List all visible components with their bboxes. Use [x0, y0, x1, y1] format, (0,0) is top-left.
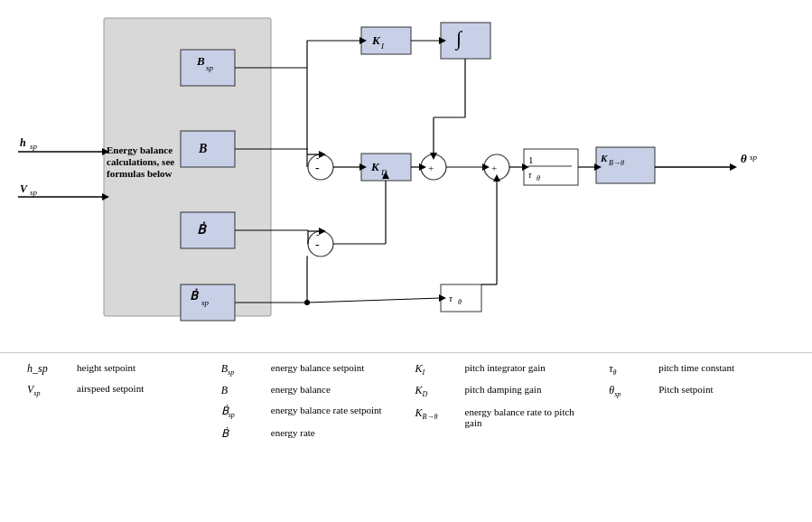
svg-rect-17	[441, 23, 490, 59]
legend-desc-ki: pitch integrator gain	[465, 362, 592, 373]
svg-text:calculations, see: calculations, see	[107, 156, 174, 167]
svg-point-22	[308, 154, 333, 180]
legend-row: KD pitch damping gain	[415, 384, 592, 398]
legend-desc-tau: pitch time constant	[658, 362, 785, 373]
legend-desc-b-sp: energy balance setpoint	[271, 362, 397, 373]
svg-text:-: -	[315, 238, 320, 251]
legend-col-2: Bsp energy balance setpoint B energy bal…	[212, 362, 406, 513]
svg-marker-74	[730, 163, 737, 171]
svg-text:θ: θ	[458, 298, 462, 306]
legend-row: Bsp energy balance setpoint	[221, 362, 397, 377]
legend-row: Vsp airspeed setpoint	[27, 383, 203, 397]
svg-rect-9	[181, 212, 235, 248]
legend-symbol-bdot: Ḃ	[221, 427, 271, 441]
svg-text:B: B	[196, 54, 205, 68]
legend-desc-theta-sp: Pitch setpoint	[658, 384, 785, 395]
legend-row: h_sp height setpoint	[27, 362, 203, 376]
legend-symbol-kbtheta: KB→θ	[415, 406, 465, 421]
svg-text:+: +	[491, 163, 497, 173]
legend-row: Ḃsp energy balance rate setpoint	[221, 405, 397, 419]
legend-symbol-h-sp: h_sp	[27, 362, 77, 376]
svg-text:-: -	[315, 161, 320, 174]
svg-text:K: K	[600, 153, 608, 163]
svg-text:θ: θ	[537, 174, 540, 182]
svg-text:Ḃ: Ḃ	[197, 221, 207, 237]
legend-desc-b: energy balance	[271, 384, 397, 395]
svg-text:B→θ: B→θ	[609, 159, 624, 167]
svg-text:K: K	[371, 33, 381, 47]
legend-symbol-b-sp: Bsp	[221, 362, 271, 377]
svg-text:-: -	[316, 153, 319, 163]
legend-col-1: h_sp height setpoint Vsp airspeed setpoi…	[18, 362, 212, 513]
svg-rect-7	[181, 131, 235, 167]
main-container: Energy balance calculations, see formula…	[0, 0, 812, 522]
svg-text:K: K	[370, 160, 380, 173]
legend-row: Ḃ energy rate	[221, 427, 397, 441]
svg-rect-14	[361, 27, 411, 54]
legend-col-3: KI pitch integrator gain KD pitch dampin…	[406, 362, 601, 513]
legend-row: τθ pitch time constant	[609, 362, 785, 377]
svg-text:+: +	[428, 163, 434, 173]
legend-desc-v-sp: airspeed setpoint	[77, 383, 203, 394]
svg-text:Energy balance: Energy balance	[107, 144, 173, 155]
legend-col-4: τθ pitch time constant θsp Pitch setpoin…	[600, 362, 794, 513]
svg-text:sp: sp	[30, 142, 38, 151]
legend-symbol-kd: KD	[415, 384, 465, 398]
svg-text:θ: θ	[741, 152, 747, 165]
diagram-area: Energy balance calculations, see formula…	[0, 0, 812, 352]
legend-row: θsp Pitch setpoint	[609, 384, 785, 398]
svg-text:sp: sp	[750, 153, 758, 162]
legend-symbol-tau: τθ	[609, 362, 658, 377]
svg-text:h: h	[20, 136, 26, 149]
legend-row: B energy balance	[221, 384, 397, 397]
legend-desc-bdot-sp: energy balance rate setpoint	[271, 405, 397, 415]
svg-text:1: 1	[528, 154, 534, 165]
legend-symbol-bdot-sp: Ḃsp	[221, 405, 271, 419]
svg-text:sp: sp	[201, 298, 210, 307]
legend-area: h_sp height setpoint Vsp airspeed setpoi…	[0, 352, 812, 522]
svg-text:B: B	[198, 142, 207, 155]
svg-line-89	[307, 298, 441, 303]
legend-symbol-ki: KI	[415, 362, 465, 377]
svg-text:sp: sp	[206, 63, 214, 72]
svg-text:τ: τ	[528, 170, 532, 180]
legend-symbol-theta-sp: θsp	[609, 384, 658, 398]
legend-symbol-b: B	[221, 384, 271, 397]
svg-text:V: V	[20, 182, 28, 195]
legend-row: KI pitch integrator gain	[415, 362, 592, 377]
legend-symbol-v-sp: Vsp	[27, 383, 77, 397]
legend-desc-kd: pitch damping gain	[465, 384, 592, 395]
svg-text:formulas below: formulas below	[107, 168, 172, 179]
svg-text:-: -	[316, 229, 319, 239]
legend-row: KB→θ energy balance rate to pitch gain	[415, 406, 592, 428]
svg-point-28	[308, 231, 333, 256]
legend-desc-kbtheta: energy balance rate to pitch gain	[465, 406, 592, 428]
legend-desc-bdot: energy rate	[271, 427, 397, 438]
svg-text:sp: sp	[30, 188, 38, 197]
legend-desc-h-sp: height setpoint	[77, 362, 203, 373]
